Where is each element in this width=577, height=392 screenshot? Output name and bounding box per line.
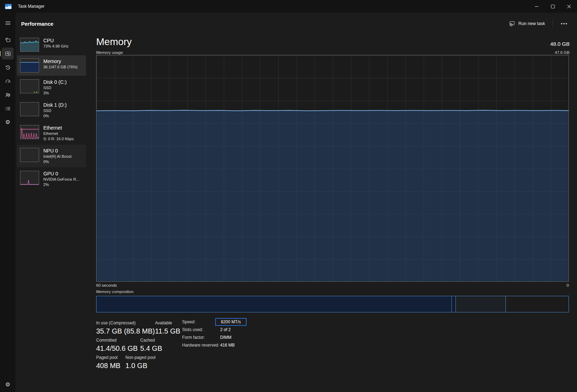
performance-device-list: CPU 73% 4.98 GHz Memory 36.1/47.6 GB (76…	[17, 35, 86, 191]
task-manager-logo-icon	[5, 4, 12, 9]
stat-value: 1.0 GB	[125, 362, 155, 370]
x-axis-left-label: 60 seconds	[96, 283, 117, 287]
nav-services-icon[interactable]: ⚙	[2, 116, 14, 128]
stat-cached: Cached 5.4 GB	[140, 338, 162, 353]
memory-mini-graph	[20, 58, 39, 73]
memory-composition-label: Memory composition	[96, 290, 134, 294]
nav-rail: ⚙ ⚙	[0, 13, 15, 392]
titlebar: Task Manager	[0, 0, 577, 13]
ethernet-mini-graph	[20, 125, 39, 139]
device-name: Ethernet	[43, 125, 74, 131]
npu0-mini-graph	[20, 148, 39, 162]
stat-available: Available 11.5 GB	[155, 321, 180, 335]
memory-usage-graph	[96, 55, 569, 282]
stat-label: Non-paged pool	[125, 355, 155, 360]
device-name: Memory	[43, 58, 77, 64]
detail-row-speed: Speed: 8200 MT/s	[182, 319, 247, 325]
new-window-plus-icon	[509, 21, 515, 26]
cpu-mini-graph	[20, 38, 39, 52]
memory-panel-title: Memory	[96, 36, 132, 48]
stat-paged-pool: Paged pool 408 MB	[96, 355, 120, 370]
device-name: GPU 0	[43, 171, 79, 177]
nav-app-history-icon[interactable]	[2, 61, 14, 73]
composition-modified-segment	[452, 296, 456, 312]
sidebar-item-npu0[interactable]: NPU 0 Intel(R) AI Boost 0%	[17, 145, 86, 167]
stat-value: 5.4 GB	[140, 344, 162, 353]
memory-usage-area	[97, 55, 569, 281]
composition-standby-segment	[456, 296, 505, 312]
stat-in-use: In use (Compressed) 35.7 GB (85.8 MB)	[96, 321, 155, 335]
stat-value: 35.7 GB (85.8 MB)	[96, 327, 155, 335]
content-header: Performance Run new task •••	[15, 13, 577, 35]
speed-value-focused[interactable]: 8200 MT/s	[215, 318, 247, 326]
hamburger-menu-icon[interactable]	[2, 17, 14, 29]
device-sub: 73% 4.98 GHz	[43, 44, 69, 49]
nav-startup-apps-icon[interactable]	[2, 75, 14, 87]
stat-value: 11.5 GB	[155, 327, 180, 335]
sidebar-item-disk1[interactable]: Disk 1 (D:) SSD 0%	[17, 99, 86, 122]
usage-scale-row: Memory usage 47.6 GB	[96, 50, 570, 55]
disk0-mini-graph	[20, 79, 39, 93]
device-name: CPU	[43, 38, 69, 44]
detail-label: Hardware reserved:	[182, 343, 220, 348]
stat-nonpaged-pool: Non-paged pool 1.0 GB	[125, 355, 155, 370]
gpu0-mini-graph	[20, 171, 39, 185]
more-options-button[interactable]: •••	[557, 19, 572, 29]
settings-gear-glyph: ⚙	[5, 381, 10, 387]
sidebar-item-memory[interactable]: Memory 36.1/47.6 GB (76%)	[17, 55, 86, 76]
graph-scale-max: 47.6 GB	[555, 50, 570, 55]
device-name: Disk 0 (C:)	[43, 79, 67, 85]
hardware-details: Speed: 8200 MT/s Slots used: 2 of 2 Form…	[182, 319, 247, 350]
settings-gear-icon[interactable]: ⚙	[0, 381, 15, 388]
graph-x-axis: 60 seconds 0	[96, 283, 569, 287]
detail-value: DIMM	[220, 335, 231, 340]
sidebar-item-disk0[interactable]: Disk 0 (C:) SSD 3%	[17, 76, 86, 99]
nav-users-icon[interactable]	[2, 89, 14, 101]
memory-total-capacity: 48.0 GB	[550, 41, 570, 47]
stat-label: Available	[155, 321, 180, 325]
device-sub: NVIDIA GeForce R...	[43, 177, 79, 182]
nav-details-icon[interactable]	[2, 102, 14, 114]
stat-committed: Committed 41.4/50.6 GB	[96, 338, 138, 353]
device-sub: SSD	[43, 108, 67, 113]
device-sub2: 0%	[43, 159, 72, 164]
nav-performance-icon[interactable]	[2, 48, 14, 60]
content-surface: Performance Run new task •••	[15, 13, 577, 392]
memory-usage-label: Memory usage	[96, 50, 123, 55]
detail-label: Form factor:	[182, 335, 220, 340]
device-sub: SSD	[43, 85, 67, 91]
nav-selected-accent	[0, 51, 1, 56]
services-gear-glyph: ⚙	[5, 119, 10, 125]
sidebar-item-gpu0[interactable]: GPU 0 NVIDIA GeForce R... 2%	[17, 168, 86, 190]
stat-value: 408 MB	[96, 362, 120, 370]
disk1-mini-graph	[20, 102, 39, 116]
stat-value: 41.4/50.6 GB	[96, 344, 138, 353]
device-name: NPU 0	[43, 148, 72, 154]
sidebar-item-cpu[interactable]: CPU 73% 4.98 GHz	[17, 35, 86, 55]
close-icon[interactable]	[561, 0, 577, 13]
device-sub2: 3%	[43, 91, 67, 96]
device-sub2: 2%	[43, 182, 79, 187]
stat-label: Paged pool	[96, 355, 120, 360]
app-title: Task Manager	[18, 4, 44, 9]
detail-label: Speed:	[182, 319, 220, 324]
maximize-icon[interactable]	[545, 0, 561, 13]
nav-processes-icon[interactable]	[2, 34, 14, 46]
device-sub2: 0%	[43, 113, 67, 119]
header-actions: Run new task •••	[505, 13, 572, 35]
page-title: Performance	[21, 21, 54, 27]
stat-label: Cached	[140, 338, 162, 343]
detail-row-slots: Slots used: 2 of 2	[182, 326, 247, 332]
device-sub2: S: 0 R: 16.0 Kbps	[43, 136, 74, 142]
device-name: Disk 1 (D:)	[43, 102, 67, 108]
detail-row-form-factor: Form factor: DIMM	[182, 334, 247, 340]
stat-label: Committed	[96, 338, 138, 343]
minimize-icon[interactable]	[528, 0, 545, 13]
composition-free-segment	[506, 296, 569, 312]
stat-label: In use (Compressed)	[96, 321, 155, 325]
run-new-task-button[interactable]: Run new task	[505, 18, 550, 29]
header-separator	[553, 20, 553, 27]
device-sub: 36.1/47.6 GB (76%)	[43, 64, 77, 70]
sidebar-item-ethernet[interactable]: Ethernet Ethernet S: 0 R: 16.0 Kbps	[17, 122, 86, 144]
run-new-task-label: Run new task	[519, 21, 545, 26]
